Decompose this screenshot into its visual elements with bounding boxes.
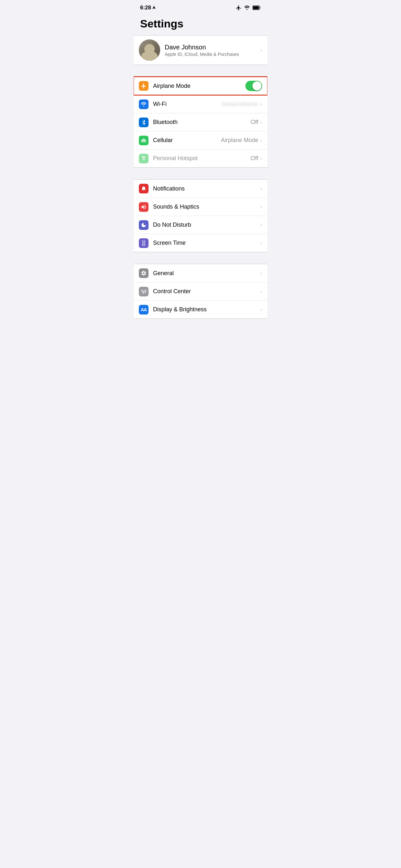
location-icon xyxy=(152,6,156,10)
general-label: General xyxy=(153,270,260,277)
wifi-label: Wi-Fi xyxy=(153,101,222,107)
cellular-label: Cellular xyxy=(153,137,221,144)
preferences-section: Notifications › Sounds & Haptics › Do No… xyxy=(134,179,267,252)
notifications-row[interactable]: Notifications › xyxy=(134,180,267,197)
general-chevron: › xyxy=(260,270,262,277)
cellular-row[interactable]: Cellular Airplane Mode › xyxy=(134,131,267,149)
notifications-icon xyxy=(139,184,149,193)
sounds-haptics-row[interactable]: Sounds & Haptics › xyxy=(134,197,267,216)
cellular-value: Airplane Mode xyxy=(221,137,258,144)
page-title: Settings xyxy=(140,18,261,30)
svg-rect-6 xyxy=(145,290,146,292)
screen-time-row[interactable]: Screen Time › xyxy=(134,234,267,252)
sounds-haptics-label: Sounds & Haptics xyxy=(153,204,260,210)
bluetooth-row-icon xyxy=(139,118,149,127)
wifi-row[interactable]: Wi-Fi NetworkName › xyxy=(134,95,267,113)
profile-subtitle: Apple ID, iCloud, Media & Purchases xyxy=(165,52,256,57)
bluetooth-value: Off xyxy=(251,119,258,126)
hotspot-icon xyxy=(141,156,147,161)
wifi-row-icon xyxy=(139,99,149,109)
do-not-disturb-row[interactable]: Do Not Disturb › xyxy=(134,216,267,234)
sounds-chevron: › xyxy=(260,204,262,210)
profile-row[interactable]: Dave Johnson Apple ID, iCloud, Media & P… xyxy=(134,35,267,65)
display-brightness-icon: AA xyxy=(139,305,149,314)
hotspot-value: Off xyxy=(251,155,258,162)
profile-chevron: › xyxy=(260,47,262,54)
airplane-status-icon xyxy=(236,5,242,11)
display-brightness-label: Display & Brightness xyxy=(153,306,260,313)
profile-name: Dave Johnson xyxy=(165,43,256,51)
cellular-icon xyxy=(141,138,146,143)
control-center-row[interactable]: Control Center › xyxy=(134,282,267,300)
screen-time-label: Screen Time xyxy=(153,240,260,246)
notifications-chevron: › xyxy=(260,185,262,192)
screen-time-chevron: › xyxy=(260,240,262,246)
svg-rect-3 xyxy=(142,292,143,293)
general-row[interactable]: General › xyxy=(134,264,267,282)
hotspot-row-icon xyxy=(139,154,149,163)
wifi-chevron: › xyxy=(260,101,262,107)
airplane-mode-row[interactable]: Airplane Mode xyxy=(134,77,267,95)
svg-rect-1 xyxy=(253,6,259,9)
svg-rect-4 xyxy=(143,290,144,290)
hotspot-chevron: › xyxy=(260,155,262,162)
do-not-disturb-icon xyxy=(139,220,149,230)
airplane-mode-toggle[interactable] xyxy=(245,81,262,91)
time-label: 6:28 xyxy=(140,4,151,11)
toggle-knob xyxy=(252,82,261,90)
cellular-chevron: › xyxy=(260,137,262,144)
gear-icon xyxy=(141,270,147,276)
bluetooth-label: Bluetooth xyxy=(153,119,251,126)
screen-time-icon xyxy=(139,238,149,248)
hourglass-icon xyxy=(141,240,147,246)
connectivity-section: Airplane Mode Wi-Fi NetworkName › Blueto… xyxy=(134,76,267,167)
svg-rect-5 xyxy=(143,291,144,293)
bluetooth-icon xyxy=(142,120,146,125)
wifi-value: NetworkName xyxy=(222,101,258,107)
notifications-label: Notifications xyxy=(153,185,260,192)
svg-rect-2 xyxy=(142,290,143,291)
profile-section: Dave Johnson Apple ID, iCloud, Media & P… xyxy=(134,35,267,65)
moon-icon xyxy=(141,222,147,228)
control-center-icon xyxy=(139,287,149,297)
battery-icon xyxy=(252,5,261,10)
airplane-icon xyxy=(141,83,147,89)
bluetooth-chevron: › xyxy=(260,119,262,126)
control-center-label: Control Center xyxy=(153,288,260,295)
status-time: 6:28 xyxy=(140,4,156,11)
system-section: General › Control Center › AA Display & … xyxy=(134,264,267,319)
general-icon xyxy=(139,268,149,278)
AA-label: AA xyxy=(141,307,147,312)
switches-icon xyxy=(141,289,147,294)
airplane-mode-icon xyxy=(139,81,149,91)
do-not-disturb-label: Do Not Disturb xyxy=(153,221,260,228)
display-brightness-row[interactable]: AA Display & Brightness › xyxy=(134,300,267,318)
sounds-icon xyxy=(139,202,149,212)
wifi-status-icon xyxy=(244,5,250,10)
personal-hotspot-row[interactable]: Personal Hotspot Off › xyxy=(134,149,267,167)
bluetooth-row[interactable]: Bluetooth Off › xyxy=(134,113,267,131)
page-title-section: Settings xyxy=(134,13,267,35)
display-brightness-chevron: › xyxy=(260,306,262,313)
profile-info: Dave Johnson Apple ID, iCloud, Media & P… xyxy=(165,43,256,57)
airplane-mode-label: Airplane Mode xyxy=(153,83,245,89)
hotspot-label: Personal Hotspot xyxy=(153,155,251,162)
bell-icon xyxy=(141,186,146,191)
avatar xyxy=(139,39,160,61)
status-icons xyxy=(236,5,261,11)
status-bar: 6:28 xyxy=(134,0,267,13)
speaker-icon xyxy=(141,204,147,210)
wifi-icon xyxy=(141,102,147,106)
svg-rect-7 xyxy=(145,293,146,293)
cellular-row-icon xyxy=(139,135,149,145)
control-center-chevron: › xyxy=(260,288,262,295)
do-not-disturb-chevron: › xyxy=(260,221,262,228)
